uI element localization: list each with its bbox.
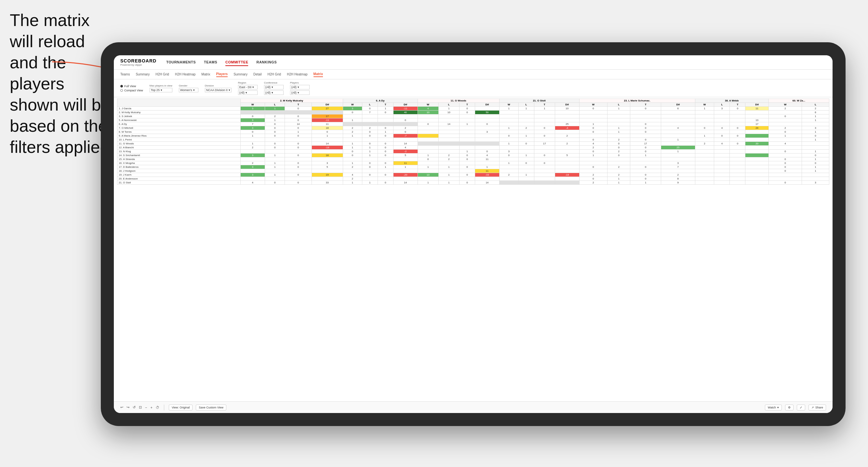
cell (378, 118, 393, 122)
gender-select[interactable]: Women's ▾ (179, 88, 198, 92)
cell (534, 111, 555, 115)
full-view-option[interactable]: Full View (120, 85, 143, 88)
zoom-in-icon[interactable]: + (150, 406, 152, 409)
redo-icon[interactable]: ↪ (126, 405, 129, 409)
cell: 0 (518, 161, 534, 165)
cell: 25 (555, 122, 579, 126)
cell (417, 126, 438, 130)
undo-icon[interactable]: ↩ (120, 405, 123, 409)
view-original-button[interactable]: View: Original (169, 405, 192, 410)
sub-nav-teams[interactable]: Teams (120, 72, 130, 77)
sub-nav-summary2[interactable]: Summary (234, 72, 247, 77)
cell: 8 (661, 177, 695, 181)
cell: 11 (312, 122, 343, 126)
nav-item-committee[interactable]: COMMITTEE (225, 59, 248, 66)
cell: 0 (607, 142, 630, 146)
conference-select[interactable]: (All) ▾ (264, 85, 284, 89)
nav-item-tournaments[interactable]: TOURNAMENTS (166, 59, 196, 66)
cell: 4 (714, 142, 730, 146)
cell: 1 (518, 134, 534, 138)
save-custom-button[interactable]: Save Custom View (196, 405, 226, 410)
cell (534, 130, 555, 134)
matrix-area[interactable]: 2. M Kelly Mulcahy 6. A Dy 11. G Woods 2… (114, 97, 833, 401)
sub-nav-matrix2[interactable]: Matrix (313, 71, 323, 77)
cell: 0 (579, 165, 607, 169)
cell: 0 (459, 157, 475, 161)
cell (555, 157, 579, 161)
watch-button[interactable]: Watch ▾ (765, 405, 782, 410)
sub-nav-summary1[interactable]: Summary (135, 72, 150, 77)
sub-nav-h2hheatmap2[interactable]: H2H Heatmap (287, 72, 307, 77)
region-select[interactable]: East - DII ▾ (238, 85, 257, 89)
cell (630, 118, 661, 122)
cell: 0 (802, 161, 829, 165)
cell: 2 (802, 107, 829, 111)
col-header-webb: 38. A Webb (695, 99, 769, 103)
share-button[interactable]: ↗ Share (808, 405, 826, 410)
cell: 1 (499, 107, 518, 111)
zoom-fit-icon[interactable]: ⊡ (139, 405, 142, 409)
table-row: 2. M Kelly Mulcahy 07040 1010050 6 (117, 111, 829, 115)
nav-item-teams[interactable]: TEAMS (204, 59, 217, 66)
compact-view-option[interactable]: Compact View (120, 89, 143, 92)
division-select[interactable]: NCAA Division II ▾ (205, 88, 231, 92)
row-label: 17. D Ballesteros (117, 165, 241, 169)
cell (499, 157, 518, 161)
full-view-radio (120, 85, 123, 88)
cell (802, 142, 829, 146)
cell: 0 (630, 130, 661, 134)
cell: 1 (499, 142, 518, 146)
table-row: 21. O Stoll 40033 11014 11014 2119 03 (117, 181, 829, 185)
zoom-out-icon[interactable]: − (145, 406, 147, 409)
cell (438, 161, 459, 165)
col-sub-l5: L (607, 103, 630, 107)
cell (518, 111, 534, 115)
refresh-icon[interactable]: ↺ (133, 405, 135, 409)
cell (745, 115, 769, 118)
cell (802, 177, 829, 181)
cell: 1 (393, 165, 417, 169)
region-select2[interactable]: (All) ▾ (238, 90, 257, 95)
sub-nav-players[interactable]: Players (216, 71, 228, 77)
expand-button[interactable]: ⤢ (797, 405, 805, 410)
cell: 18 (312, 154, 343, 157)
cell: 1 (695, 134, 714, 138)
players-chevron2: ▾ (298, 91, 299, 94)
sub-nav-matrix1[interactable]: Matrix (201, 72, 210, 77)
cell: -2 (393, 150, 417, 154)
cell: 2 (579, 181, 607, 185)
cell (518, 181, 534, 185)
sub-nav-detail[interactable]: Detail (253, 72, 262, 77)
cell (555, 138, 579, 142)
cell: 0 (475, 122, 499, 126)
col-sub-w1: W (240, 103, 265, 107)
cell: 1 (802, 130, 829, 134)
players-select[interactable]: (All) ▾ (290, 85, 310, 89)
cell (661, 122, 695, 126)
cell (695, 169, 714, 173)
cell (802, 146, 829, 150)
cell (730, 146, 745, 150)
cell: -18 (555, 173, 579, 177)
table-row: 13. N Klug 010-2 10 3 0201 01 (117, 150, 829, 154)
sub-nav-h2hgrid2[interactable]: H2H Grid (268, 72, 281, 77)
cell: -11 (393, 107, 417, 111)
conference-select2[interactable]: (All) ▾ (264, 90, 284, 95)
cell: -18 (312, 146, 343, 150)
sub-nav-h2hgrid1[interactable]: H2H Grid (155, 72, 169, 77)
cell (730, 154, 745, 157)
players-select2[interactable]: (All) ▾ (290, 90, 310, 95)
nav-item-rankings[interactable]: RANKINGS (256, 59, 277, 66)
cell: 1 (459, 150, 475, 154)
sub-nav-h2hheatmap1[interactable]: H2H Heatmap (175, 72, 195, 77)
cell (475, 134, 499, 138)
timer-icon[interactable]: ⏱ (156, 406, 159, 409)
cell (285, 150, 312, 154)
cell (518, 115, 534, 118)
cell: 3 (240, 107, 265, 111)
settings-button[interactable]: ⚙ (785, 405, 794, 410)
table-row: 12. A Bianchi 200-18 1104 20025 (117, 146, 829, 150)
max-players-select[interactable]: Top 25 ▾ (150, 88, 173, 92)
cell (730, 173, 745, 177)
col-sub-w7: W (769, 103, 802, 107)
